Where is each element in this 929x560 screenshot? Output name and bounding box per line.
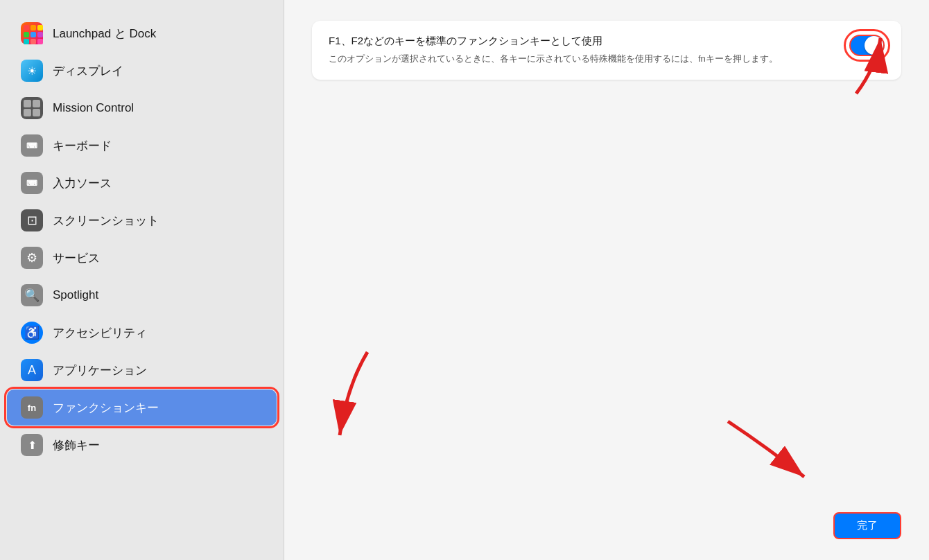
display-icon: ☀ xyxy=(21,60,43,82)
arrow-to-done xyxy=(714,414,818,491)
sidebar-item-label: スクリーンショット xyxy=(53,213,159,229)
keyboard-icon: ⌨ xyxy=(21,134,43,157)
sidebar-item-label: キーボード xyxy=(53,138,112,154)
sidebar-item-label: 修飾キー xyxy=(53,437,100,453)
fn-icon: fn xyxy=(21,396,43,419)
sidebar-item-label: 入力ソース xyxy=(53,175,112,191)
sidebar-item-screenshot[interactable]: ⊡ スクリーンショット xyxy=(7,202,277,238)
sidebar-item-launchpad[interactable]: Launchpad と Dock xyxy=(7,15,277,51)
mission-icon xyxy=(21,97,43,119)
sidebar-item-label: ファンクションキー xyxy=(53,400,159,416)
accessibility-icon: ♿ xyxy=(21,322,43,344)
toggle-wrapper xyxy=(849,35,885,56)
settings-card: F1、F2などのキーを標準のファンクションキーとして使用 このオプションが選択さ… xyxy=(312,21,901,80)
main-content: F1、F2などのキーを標準のファンクションキーとして使用 このオプションが選択さ… xyxy=(284,0,929,560)
card-text: F1、F2などのキーを標準のファンクションキーとして使用 このオプションが選択さ… xyxy=(329,35,835,66)
sidebar-item-accessibility[interactable]: ♿ アクセシビリティ xyxy=(7,315,277,351)
input-icon: ⌨ xyxy=(21,172,43,194)
sidebar-item-label: アクセシビリティ xyxy=(53,325,147,341)
sidebar-item-label: Spotlight xyxy=(53,288,98,302)
sidebar-item-services[interactable]: ⚙ サービス xyxy=(7,240,277,276)
sidebar-item-fnkeys[interactable]: fn ファンクションキー xyxy=(7,390,277,426)
screenshot-icon: ⊡ xyxy=(21,209,43,231)
toggle-knob xyxy=(865,36,883,55)
card-description: このオプションが選択されているときに、各キーに示されている特殊機能を使用するには… xyxy=(329,52,835,66)
sidebar-item-appstore[interactable]: A アプリケーション xyxy=(7,352,277,388)
sidebar-item-label: Mission Control xyxy=(53,101,134,115)
sidebar-item-label: ディスプレイ xyxy=(53,63,123,79)
appstore-icon: A xyxy=(21,359,43,381)
sidebar-item-mission[interactable]: Mission Control xyxy=(7,90,277,126)
spotlight-icon: 🔍 xyxy=(21,284,43,306)
sidebar-item-keyboard[interactable]: ⌨ キーボード xyxy=(7,128,277,164)
sidebar: Launchpad と Dock ☀ ディスプレイ Mission Contro… xyxy=(0,0,284,560)
sidebar-item-spotlight[interactable]: 🔍 Spotlight xyxy=(7,277,277,313)
modifier-icon: ⬆ xyxy=(21,434,43,456)
sidebar-item-label: アプリケーション xyxy=(53,362,147,378)
sidebar-item-label: Launchpad と Dock xyxy=(53,26,156,42)
fn-toggle[interactable] xyxy=(849,35,885,56)
sidebar-item-input[interactable]: ⌨ 入力ソース xyxy=(7,165,277,201)
sidebar-item-modifier[interactable]: ⬆ 修飾キー xyxy=(7,427,277,463)
services-icon: ⚙ xyxy=(21,247,43,269)
sidebar-item-label: サービス xyxy=(53,250,100,266)
done-button[interactable]: 完了 xyxy=(833,512,901,539)
card-title: F1、F2などのキーを標準のファンクションキーとして使用 xyxy=(329,35,835,48)
sidebar-item-display[interactable]: ☀ ディスプレイ xyxy=(7,53,277,89)
arrow-to-fn xyxy=(326,345,416,442)
done-button-container: 完了 xyxy=(833,512,901,539)
launchpad-icon xyxy=(21,22,43,44)
